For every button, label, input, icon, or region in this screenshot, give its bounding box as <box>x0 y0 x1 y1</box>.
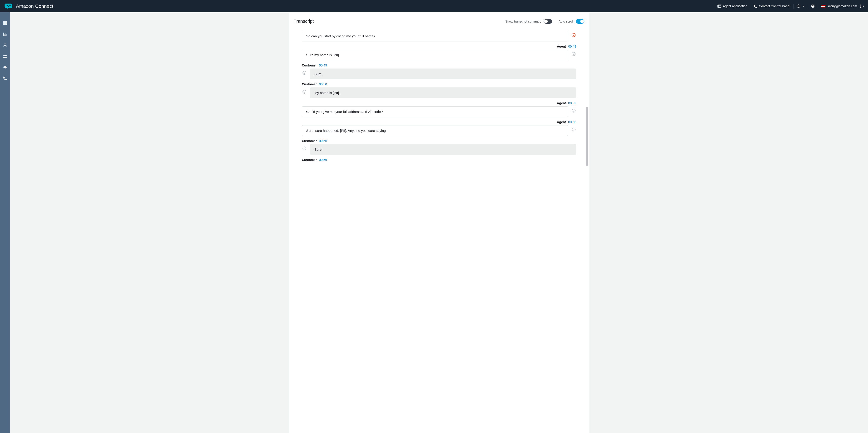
chevron-down-icon: ▼ <box>802 5 804 7</box>
top-nav: Amazon Connect Agent application Contact… <box>0 0 868 12</box>
svg-point-39 <box>305 91 305 92</box>
svg-point-28 <box>574 35 575 35</box>
svg-point-23 <box>3 55 5 56</box>
turn-header: Customer00:56 <box>302 139 576 143</box>
campaigns-icon[interactable] <box>3 65 7 70</box>
user-menu[interactable]: weny@amazon.com <box>818 4 864 8</box>
auto-scroll-label: Auto scroll <box>559 20 574 23</box>
svg-point-26 <box>572 33 576 37</box>
flag-icon <box>821 5 826 7</box>
svg-point-27 <box>573 35 574 35</box>
help-icon: ? <box>811 4 815 8</box>
svg-point-33 <box>303 71 306 75</box>
nav-links: Agent application Contact Control Panel … <box>714 0 864 12</box>
svg-rect-12 <box>5 21 7 23</box>
sentiment-icon <box>571 33 576 38</box>
transcript-turn: Customer00:49Sure. <box>302 64 576 79</box>
sentiment-icon <box>571 127 576 132</box>
sentiment-icon <box>302 146 307 151</box>
svg-point-43 <box>574 110 575 111</box>
timestamp: 00:52 <box>568 101 576 105</box>
help-link[interactable]: ? <box>808 0 818 12</box>
turn-row: So can you start by giving me your full … <box>302 31 576 41</box>
language-menu[interactable]: ▼ <box>794 0 808 12</box>
svg-point-37 <box>303 90 306 94</box>
message-bubble: Sure, sure happened. [PII]. Anytime you … <box>302 125 568 136</box>
scrollbar-thumb[interactable] <box>586 107 588 166</box>
svg-point-38 <box>304 91 304 92</box>
message-bubble: Sure. <box>310 69 576 79</box>
timestamp: 00:56 <box>568 120 576 124</box>
routing-icon[interactable] <box>3 43 7 48</box>
auto-scroll-toggle-group: Auto scroll <box>559 19 584 24</box>
agent-application-label: Agent application <box>723 4 747 8</box>
connect-logo-icon <box>4 3 13 9</box>
sentiment-icon <box>302 70 307 75</box>
timestamp: 00:56 <box>319 139 327 143</box>
transcript-turn: So can you start by giving me your full … <box>302 31 576 41</box>
page-body: Transcript Show transcript summary Auto … <box>10 12 868 433</box>
message-bubble: Sure. <box>310 144 576 155</box>
agent-app-icon <box>717 4 721 8</box>
transcript-turn: Agent00:52Could you give me your full ad… <box>302 101 576 117</box>
brand: Amazon Connect <box>4 3 53 9</box>
auto-scroll-toggle[interactable] <box>576 19 584 24</box>
brand-title: Amazon Connect <box>16 3 53 9</box>
transcript-turn: Customer00:56Sure. <box>302 139 576 155</box>
svg-point-24 <box>5 55 7 56</box>
svg-rect-14 <box>5 23 7 25</box>
svg-point-35 <box>305 72 305 73</box>
transcript-turn: Customer00:50My name is [PII]. <box>302 82 576 98</box>
turn-header: Customer00:50 <box>302 82 576 86</box>
speaker-label: Customer <box>302 82 317 86</box>
turn-row: My name is [PII]. <box>302 88 576 98</box>
svg-point-21 <box>3 46 4 46</box>
speaker-label: Agent <box>557 101 566 105</box>
svg-point-41 <box>572 109 576 112</box>
ccp-label: Contact Control Panel <box>759 4 790 8</box>
message-bubble: Could you give me your full address and … <box>302 106 568 117</box>
speaker-label: Customer <box>302 139 317 143</box>
svg-point-46 <box>573 129 574 130</box>
timestamp: 00:49 <box>568 45 576 48</box>
analytics-icon[interactable] <box>3 32 7 37</box>
sentiment-icon <box>571 108 576 113</box>
sign-out-icon[interactable] <box>860 4 864 8</box>
turn-header: Agent00:56 <box>302 120 576 124</box>
users-icon[interactable] <box>3 55 7 59</box>
turn-row: Could you give me your full address and … <box>302 106 576 117</box>
user-email: weny@amazon.com <box>828 4 857 8</box>
svg-point-34 <box>304 72 304 73</box>
turn-header: Customer00:49 <box>302 64 576 67</box>
svg-rect-3 <box>718 5 721 7</box>
svg-point-20 <box>5 43 5 44</box>
turn-header: Customer00:56 <box>302 158 576 162</box>
agent-application-link[interactable]: Agent application <box>714 0 750 12</box>
telephony-icon[interactable] <box>3 76 7 81</box>
turn-row: Sure, sure happened. [PII]. Anytime you … <box>302 125 576 136</box>
svg-rect-13 <box>3 23 5 25</box>
transcript-turn: Customer00:56 <box>302 158 576 162</box>
speaker-label: Customer <box>302 158 317 162</box>
sentiment-icon <box>302 89 307 94</box>
transcript-header: Transcript Show transcript summary Auto … <box>294 19 584 24</box>
svg-point-49 <box>303 147 306 150</box>
dashboard-icon[interactable] <box>3 21 7 26</box>
svg-point-22 <box>6 46 7 46</box>
timestamp: 00:50 <box>319 82 327 86</box>
transcript-title: Transcript <box>294 19 314 24</box>
turn-row: Sure. <box>302 144 576 155</box>
svg-point-45 <box>572 128 576 131</box>
show-summary-toggle[interactable] <box>544 19 552 24</box>
svg-point-31 <box>574 54 575 54</box>
speaker-label: Customer <box>302 64 317 67</box>
side-nav <box>0 12 10 433</box>
show-summary-label: Show transcript summary <box>505 20 541 23</box>
svg-point-47 <box>574 129 575 130</box>
timestamp: 00:49 <box>319 64 327 67</box>
svg-point-30 <box>573 54 574 54</box>
turn-header: Agent00:49 <box>302 45 576 48</box>
speaker-label: Agent <box>557 45 566 48</box>
ccp-link[interactable]: Contact Control Panel <box>750 0 793 12</box>
transcript-turn: Agent00:56Sure, sure happened. [PII]. An… <box>302 120 576 136</box>
